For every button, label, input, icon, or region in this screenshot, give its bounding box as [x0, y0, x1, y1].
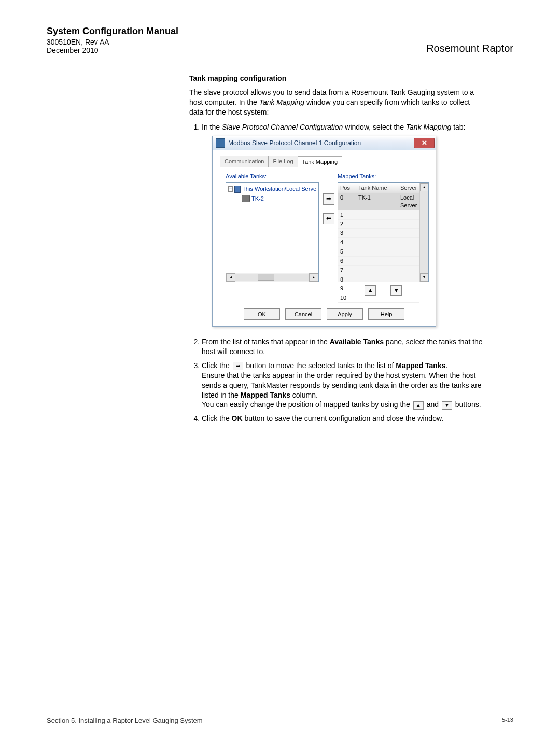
move-left-button[interactable]: ➡ [323, 213, 334, 224]
apply-button[interactable]: Apply [327, 308, 363, 320]
dialog-window: Modbus Slave Protocol Channel 1 Configur… [212, 136, 436, 327]
footer-section: Section 5. Installing a Raptor Level Gau… [47, 716, 203, 724]
collapse-icon[interactable]: − [228, 186, 233, 192]
tank-icon [242, 195, 250, 202]
tree-hscroll[interactable]: ◂ ▸ [226, 273, 318, 282]
section-heading: Tank mapping configuration [189, 74, 485, 83]
step-3: Click the ➡ button to move the selected … [202, 361, 485, 410]
tree-child[interactable]: TK-2 [228, 195, 316, 203]
product-name: Rosemount Raptor [426, 43, 513, 54]
tree-root[interactable]: − This Workstation/Local Serve [228, 185, 316, 193]
dialog-titlebar[interactable]: Modbus Slave Protocol Channel 1 Configur… [213, 136, 436, 150]
list-row[interactable]: 9 [338, 284, 419, 293]
cancel-button[interactable]: Cancel [285, 308, 321, 320]
arrow-down-icon: ▼ [442, 401, 452, 410]
list-row[interactable]: 5 [338, 247, 419, 257]
list-row[interactable]: 10 [338, 293, 419, 303]
arrow-up-icon: ▲ [413, 401, 424, 410]
tab-tank-mapping[interactable]: Tank Mapping [298, 156, 343, 167]
list-header: Pos Tank Name Server [338, 183, 419, 193]
page-footer: Section 5. Installing a Raptor Level Gau… [47, 716, 513, 724]
list-row[interactable]: 4 [338, 238, 419, 247]
mapped-tanks-list[interactable]: Pos Tank Name Server 0 TK-1 Local Server [338, 182, 429, 282]
help-button[interactable]: Help [368, 308, 404, 320]
scroll-up-icon[interactable]: ▴ [420, 183, 428, 191]
available-tanks-tree[interactable]: − This Workstation/Local Serve TK-2 [226, 182, 319, 282]
scroll-left-icon[interactable]: ◂ [226, 273, 235, 282]
tab-strip: Communication File Log Tank Mapping [220, 156, 428, 167]
doc-number: 300510EN, Rev AA [47, 38, 178, 46]
arrow-right-icon: ➡ [233, 362, 243, 370]
list-row[interactable]: 1 [338, 210, 419, 220]
list-vscroll[interactable]: ▴ ▾ [419, 183, 428, 282]
manual-title: System Configuration Manual [47, 26, 178, 37]
list-row[interactable]: 0 TK-1 Local Server [338, 193, 419, 210]
tab-file-log[interactable]: File Log [268, 156, 298, 167]
list-row[interactable]: 6 [338, 257, 419, 266]
close-icon[interactable]: ✕ [414, 138, 435, 148]
step-4: Click the OK button to save the current … [202, 414, 485, 424]
step-1: In the Slave Protocol Channel Configurat… [202, 122, 485, 327]
doc-date: December 2010 [47, 46, 178, 54]
tab-communication[interactable]: Communication [220, 156, 269, 167]
page-header: System Configuration Manual 300510EN, Re… [47, 26, 513, 58]
move-right-button[interactable]: ➡ [323, 193, 334, 205]
available-tanks-label: Available Tanks: [226, 173, 319, 180]
list-row[interactable]: 7 [338, 266, 419, 275]
scroll-down-icon[interactable]: ▾ [420, 273, 428, 282]
dialog-title: Modbus Slave Protocol Channel 1 Configur… [228, 139, 414, 147]
list-row[interactable]: 8 [338, 275, 419, 285]
workstation-icon [234, 186, 241, 193]
page-number: 5-13 [502, 716, 513, 724]
app-icon [216, 138, 225, 148]
list-row[interactable]: 2 [338, 220, 419, 229]
list-row[interactable]: 3 [338, 229, 419, 238]
scroll-right-icon[interactable]: ▸ [309, 273, 318, 282]
ok-button[interactable]: OK [244, 308, 280, 320]
mapped-tanks-label: Mapped Tanks: [338, 173, 429, 180]
intro-paragraph: The slave protocol allows you to send da… [189, 88, 485, 117]
step-2: From the list of tanks that appear in th… [202, 337, 485, 357]
